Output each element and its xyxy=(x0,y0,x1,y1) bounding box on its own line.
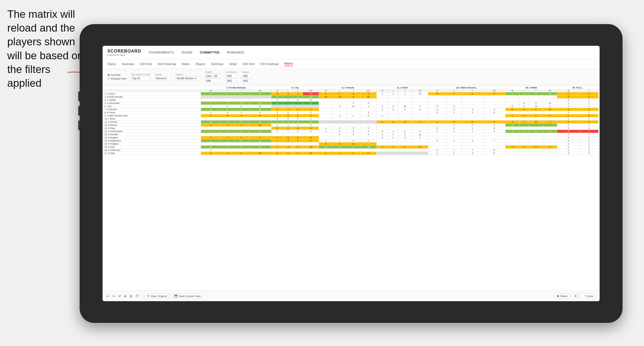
sub-nav-summary[interactable]: Summary xyxy=(122,62,134,66)
share-btn[interactable]: ↗ Share xyxy=(581,294,596,299)
logo-area: SCOREBOARD Powered by clippd xyxy=(107,49,141,56)
players-sub-select[interactable]: (All) xyxy=(242,79,252,83)
cell: 1 xyxy=(319,152,333,155)
sub-nav-h2h-heatmap[interactable]: H2H Heatmap xyxy=(158,62,176,66)
division-select[interactable]: NCAA Division II xyxy=(176,76,200,80)
cell: 0 xyxy=(557,111,580,114)
cell xyxy=(529,111,543,114)
region-sub-select[interactable]: (All) xyxy=(205,79,221,83)
redo-icon[interactable]: ↪ xyxy=(112,294,115,298)
sub-nav-players[interactable]: Players xyxy=(196,62,205,66)
sub-nav-h2h-heatmap2[interactable]: H2H Heatmap xyxy=(260,62,278,66)
cell xyxy=(360,124,376,127)
sub-nav-matrix2[interactable]: Matrix xyxy=(284,62,293,66)
matrix-area[interactable]: 2. M Kelly Mulcahy 6. A Dy 11. G Woods 2… xyxy=(102,85,600,291)
cell xyxy=(428,114,446,117)
players-label: Players xyxy=(242,71,252,73)
cell xyxy=(319,136,333,139)
cell: 14 xyxy=(360,152,376,155)
cell xyxy=(293,105,302,108)
cell: 25 xyxy=(506,124,519,127)
watch-btn[interactable]: ◉ Watch xyxy=(555,294,570,299)
nav-committee[interactable]: COMMITTEE xyxy=(200,50,220,55)
cell xyxy=(428,124,446,127)
sh-l1: L xyxy=(220,89,234,92)
cell: 0 xyxy=(272,95,283,99)
sub-nav-matrix[interactable]: Matrix xyxy=(182,62,190,66)
cell xyxy=(506,149,519,152)
cell xyxy=(529,127,543,130)
cell: 0 xyxy=(428,92,446,95)
cell: 2 xyxy=(543,146,557,149)
sub-nav-h2h-grid[interactable]: H2H Grid xyxy=(140,62,152,66)
cell: 2 xyxy=(283,117,293,121)
layout-btn[interactable]: ⊞ xyxy=(572,294,579,299)
sub-nav-summary2[interactable]: Summary xyxy=(211,62,223,66)
cell xyxy=(376,127,388,130)
cell: 0 xyxy=(428,139,446,142)
cell xyxy=(346,108,360,111)
cell xyxy=(319,133,333,136)
conference-sub-select[interactable]: (All) xyxy=(226,79,237,83)
nav-rankings[interactable]: RANKINGS xyxy=(227,50,244,55)
cell xyxy=(248,99,272,102)
cell xyxy=(376,102,388,105)
cell: 0 xyxy=(293,127,302,130)
view-original-btn[interactable]: 👁 View: Original xyxy=(145,294,169,299)
cell xyxy=(428,102,446,105)
cell xyxy=(234,142,248,146)
cell xyxy=(412,127,428,130)
table-row: 20. E Andersson 2 0108 00 xyxy=(104,149,599,152)
cell: 14 xyxy=(398,121,412,124)
sub-nav-h2h-grid2[interactable]: H2H Grid xyxy=(242,62,254,66)
cell: 0 xyxy=(220,105,234,108)
cell: 0 xyxy=(283,111,293,114)
sub-nav-detail[interactable]: Detail xyxy=(229,62,237,66)
gender-select[interactable]: Women's xyxy=(155,76,171,80)
conference-select[interactable]: (All) xyxy=(226,74,237,78)
cell: 3 xyxy=(580,152,599,155)
cell: 1 xyxy=(272,102,283,105)
cell: 0 xyxy=(529,108,543,111)
compact-view-radio[interactable]: Compact View xyxy=(107,77,126,80)
cell: 50 xyxy=(360,95,376,99)
cell xyxy=(529,152,543,155)
table-row: 14. S Srichantamit 31014 0105 1204 0105 … xyxy=(104,130,599,133)
cell: 0 xyxy=(580,146,599,149)
cell xyxy=(201,117,220,121)
settings-icon[interactable]: ⊟ xyxy=(130,294,132,298)
cell xyxy=(506,102,519,105)
cell: 2 xyxy=(446,139,462,142)
cell xyxy=(462,146,483,149)
full-view-radio[interactable]: Full View xyxy=(107,74,126,76)
cell xyxy=(283,142,293,146)
cell: 0 xyxy=(234,146,248,149)
cell: 2 xyxy=(506,146,519,149)
nav-teams[interactable]: TEAMS xyxy=(181,50,192,55)
sh-l2: L xyxy=(283,89,293,92)
cell xyxy=(319,99,333,102)
save-custom-btn[interactable]: 💾 Save Custom View xyxy=(172,294,203,299)
zoom-in-icon[interactable]: ⊕ xyxy=(124,294,127,298)
cell: 0 xyxy=(346,152,360,155)
cell: 25 xyxy=(398,105,412,108)
cell: 1 xyxy=(319,130,333,133)
cell: 14 xyxy=(346,105,360,108)
players-select[interactable]: (All) xyxy=(242,74,252,78)
cell: 40 xyxy=(303,95,319,99)
max-players-select[interactable]: Top 25 xyxy=(131,76,150,80)
cell xyxy=(201,133,220,136)
cell xyxy=(529,99,543,102)
cell: 9 xyxy=(483,152,506,155)
nav-items: TOURNAMENTS TEAMS COMMITTEE RANKINGS xyxy=(148,50,244,55)
cell: 20 xyxy=(529,121,543,124)
corner-header xyxy=(104,86,201,89)
region-select[interactable]: East - DII xyxy=(205,74,221,78)
undo-icon[interactable]: ↩ xyxy=(106,294,109,298)
timer-icon[interactable]: ⏱ xyxy=(135,294,139,298)
row-name-18: 19. J Kanh xyxy=(104,146,201,149)
cell: 0 xyxy=(557,130,580,133)
sub-nav-teams[interactable]: Teams xyxy=(107,62,116,66)
refresh-icon[interactable]: ↺ xyxy=(118,294,121,298)
nav-tournaments[interactable]: TOURNAMENTS xyxy=(148,50,174,55)
